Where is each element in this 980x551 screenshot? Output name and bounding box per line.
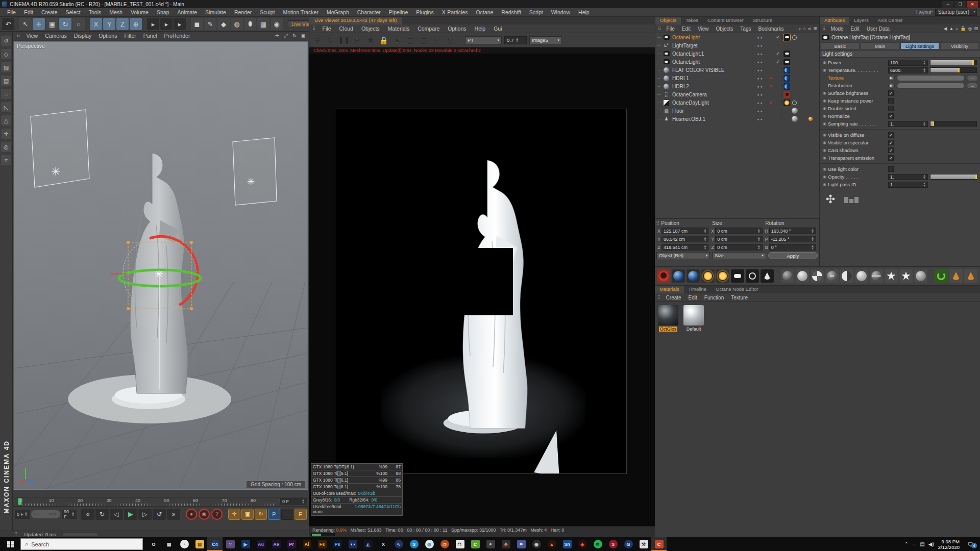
menu-animate[interactable]: Animate [173,9,201,15]
tray-chevron-icon[interactable]: ⌃ [904,541,908,547]
object-name[interactable]: Hosmer.OBJ.1 [672,116,752,122]
lock-x-axis-button[interactable]: X [90,18,102,30]
rotate-tool[interactable]: ↻ [59,18,71,30]
start-frame-field[interactable]: 0 F▲▼ [15,510,30,519]
tray-app-icon[interactable]: ⁘ [912,541,916,547]
octane-hdri-environment-button[interactable] [687,269,700,283]
spinner-icon[interactable]: ▲▼ [923,182,926,187]
viewport-menu-options[interactable]: Options [95,33,120,39]
pan-view-icon[interactable]: ✛ [274,33,281,39]
render-canvas[interactable]: GTX 1080 Ti[DT][6.1]%9987GTX 1080 Ti[][6… [309,54,655,526]
viewport-canvas[interactable]: Perspective [14,41,308,490]
end-frame-field[interactable]: 90 F▲▼ [62,510,77,519]
lv-menu-objects[interactable]: Objects [357,26,384,32]
fuse-icon[interactable]: Fs [314,537,330,551]
animation-dot-icon[interactable]: ◉ [821,91,828,96]
size-x-field[interactable]: 0 cm▲▼ [715,228,762,234]
menu-mesh[interactable]: Mesh [105,9,127,15]
grip-icon[interactable]: ⠿ [657,26,663,31]
target-icon[interactable]: ◎ [968,26,972,32]
grip-icon[interactable]: ⠿ [821,26,827,31]
object-tags[interactable] [781,108,819,114]
goto-prev-key-button[interactable]: ↻ [95,509,109,520]
attributes-menu-edit[interactable]: Edit [847,26,863,32]
zoom-view-icon[interactable]: ⤢ [282,33,289,39]
subtab-visibility[interactable]: Visibility [940,42,979,49]
lock-y-axis-button[interactable]: Y [103,18,115,30]
octane-hair-material-button[interactable] [899,269,913,283]
object-name[interactable]: OctaneLight [672,59,752,65]
tab-content-browser[interactable]: Content Browser [703,17,748,24]
checkbox[interactable] [888,166,894,172]
animation-dot-icon[interactable]: ◉ [821,98,828,104]
attribute-slider[interactable] [930,121,977,127]
spinner-icon[interactable]: ▲▼ [757,229,761,234]
attribute-value-field[interactable]: 1▲▼ [888,182,928,188]
grip-icon[interactable]: ⠿ [311,26,317,31]
visibility-dots[interactable]: ●● [752,109,767,113]
panel-icon[interactable]: ⊞ [974,26,978,32]
viewport-menu-panel[interactable]: Panel [140,33,161,39]
rotation-b-field[interactable]: 0 °▲▼ [769,244,816,251]
position-z-field[interactable]: 418.541 cm▲▼ [662,244,708,251]
skype-icon[interactable]: S [406,537,422,551]
subtab-main[interactable]: Main [861,42,899,49]
mat-tag-icon[interactable] [783,116,806,122]
browse-button[interactable]: ... [967,83,978,89]
premiere-icon[interactable]: Pr [284,537,299,551]
sidefx-app-icon[interactable]: ▶ [238,537,253,551]
menu-motion-tracker[interactable]: Motion Tracker [279,9,323,15]
spinner-icon[interactable]: ▲▼ [703,237,706,242]
add-deformer-button[interactable]: ⬮ [244,18,256,30]
kernel-dropdown[interactable]: PT▾ [465,36,502,44]
object-tree-row[interactable]: ─⣿OctaneCamera●● [655,90,819,98]
materials-menu-edit[interactable]: Edit [685,295,701,300]
expand-arrow-button[interactable]: ▶ [888,75,895,81]
spinner-icon[interactable]: ▲▼ [811,229,814,234]
last-tool[interactable]: ○ [72,18,85,30]
start-button[interactable] [0,537,20,551]
object-tree-row[interactable]: ─OctaneLight●●✓ [655,58,819,66]
octane-mix-material-button[interactable]: MIX [825,269,839,283]
cinema4d-icon[interactable]: C4 [207,537,223,551]
spinner-icon[interactable]: ▲▼ [703,245,706,250]
object-tags[interactable] [781,99,819,106]
animation-dot-icon[interactable]: ◉ [821,133,828,138]
tray-volume-icon[interactable]: ◀) [928,541,934,547]
tab-layers[interactable]: Layers [849,17,873,24]
size-mode-dropdown[interactable]: Size▾ [712,252,766,259]
menu-file[interactable]: File [3,9,20,15]
points-mode-tool[interactable]: ⁙ [1,89,11,99]
add-spline-button[interactable]: ✎ [204,18,216,30]
lv-menu-cloud[interactable]: Cloud [335,26,357,32]
object-tags[interactable] [781,75,819,82]
visibility-dots[interactable]: ●● [752,36,767,39]
expand-arrow-button[interactable]: ▶ [888,83,895,89]
keyframe-scale-toggle[interactable]: ▣ [241,509,254,520]
animation-dot-icon[interactable] [821,76,828,81]
animation-dot-icon[interactable]: ◉ [821,148,828,153]
spinner-icon[interactable]: ▲▼ [703,229,706,234]
gimp-app-icon[interactable]: G [621,537,636,551]
object-tree-row[interactable]: ─▦Floor●● [655,107,819,115]
back-icon[interactable]: ◀ [943,26,947,32]
visibility-dots[interactable]: ●● [752,52,767,56]
menu-sculpt[interactable]: Sculpt [256,9,279,15]
render-passes-button[interactable]: ▢ [419,35,429,45]
object-tags[interactable] [781,116,819,122]
vlc-icon[interactable]: ▲ [544,537,559,551]
size-y-field[interactable]: 0 cm▲▼ [715,236,762,242]
spinner-icon[interactable]: ▲▼ [757,245,761,250]
enable-axis-tool[interactable]: ✛ [1,129,11,139]
spinner-icon[interactable]: ▲▼ [923,121,926,127]
cortana-icon[interactable]: O [146,537,161,551]
resolution-scale-field[interactable]: 0.7▲▼ [504,36,527,44]
next-frame-button[interactable]: ▷ [138,509,152,520]
minimize-button[interactable]: ─ [942,1,953,8]
kernel-settings-button[interactable]: ✱ [365,35,376,45]
slider-handle[interactable] [958,68,960,72]
visibility-dots[interactable]: ●● [752,60,767,64]
viewport-menu-cameras[interactable]: Cameras [41,33,70,39]
texture-field[interactable] [897,75,965,81]
viewport-menu-prorender[interactable]: ProRender [161,33,194,39]
